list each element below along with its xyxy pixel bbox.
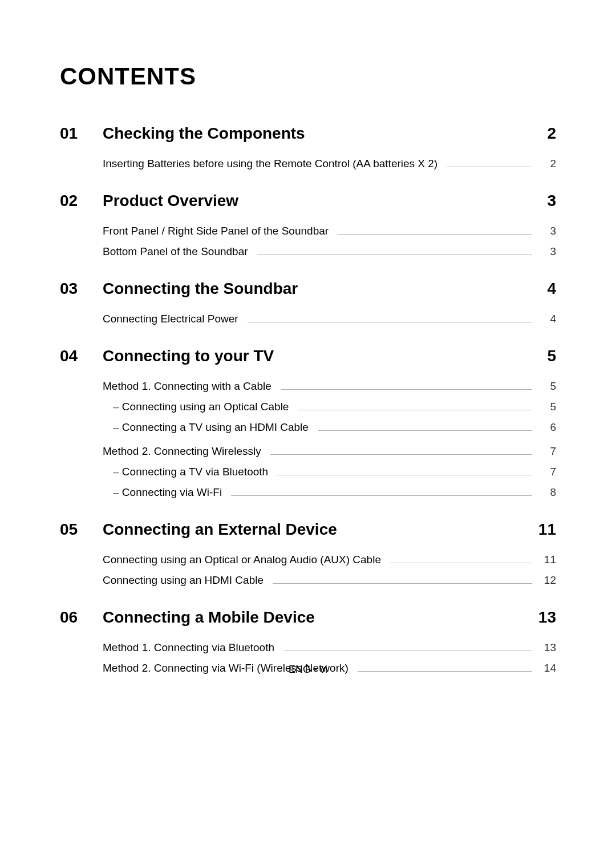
section-header: Product Overview3 [103,192,556,210]
section-header: Connecting to your TV5 [103,347,556,365]
entry-title: Connecting using an HDMI Cable [103,574,264,587]
entry-page: 7 [539,445,556,458]
section-page: 4 [533,280,556,298]
toc-section: 03Connecting the Soundbar4Connecting Ele… [60,280,556,337]
entry-page: 2 [539,158,556,170]
entry-group: Connecting using an Optical or Analog Au… [103,554,556,589]
entry-page: 3 [539,245,556,258]
entry-page: 11 [539,554,556,566]
section-header: Connecting an External Device11 [103,520,556,539]
entry-group: Method 1. Connecting with a Cable5Connec… [103,380,556,436]
section-body: Connecting an External Device11Connectin… [103,520,556,598]
leader-line [257,255,532,255]
toc-entry: Inserting Batteries before using the Rem… [103,158,556,172]
leader-line [283,651,532,651]
toc-entry: Connecting using an HDMI Cable12 [103,574,556,589]
section-number: 01 [60,124,103,143]
toc-entry: Connecting Electrical Power4 [103,313,556,328]
entry-title: Connecting a TV via Bluetooth [103,466,268,478]
section-header: Checking the Components2 [103,124,556,143]
entry-page: 6 [539,421,556,434]
leader-line [318,430,532,431]
entry-title: Front Panel / Right Side Panel of the So… [103,225,329,237]
section-page: 2 [533,124,556,143]
page-footer: ENG - vi [0,664,616,676]
toc-entry: Method 1. Connecting via Bluetooth13 [103,641,556,656]
entry-title: Bottom Panel of the Soundbar [103,245,248,258]
toc-entry: Connecting using an Optical Cable5 [103,401,556,415]
entry-group: Inserting Batteries before using the Rem… [103,158,556,172]
toc-entry: Connecting a TV via Bluetooth7 [103,466,556,480]
section-header: Connecting the Soundbar4 [103,280,556,298]
entry-title: Method 1. Connecting with a Cable [103,380,271,393]
toc-section: 02Product Overview3Front Panel / Right S… [60,192,556,269]
entry-group: Connecting Electrical Power4 [103,313,556,328]
section-body: Checking the Components2Inserting Batter… [103,124,556,181]
entry-title: Connecting using an Optical Cable [103,401,289,413]
section-number: 03 [60,280,103,298]
leader-line [277,475,532,475]
toc-entry: Connecting via Wi-Fi8 [103,486,556,501]
entry-page: 3 [539,225,556,237]
leader-line [298,410,532,410]
section-title: Checking the Components [103,124,533,143]
toc-entry: Method 2. Connecting Wirelessly7 [103,445,556,460]
section-title: Connecting the Soundbar [103,280,533,298]
toc-entry: Connecting a TV using an HDMI Cable6 [103,421,556,436]
entry-page: 13 [539,641,556,654]
section-title: Product Overview [103,192,533,210]
section-number: 04 [60,347,103,365]
entry-page: 5 [539,401,556,413]
leader-line [447,167,532,167]
toc-entry: Method 1. Connecting with a Cable5 [103,380,556,395]
section-title: Connecting a Mobile Device [103,608,533,627]
leader-line [281,389,532,390]
entry-title: Connecting a TV using an HDMI Cable [103,421,309,434]
section-title: Connecting to your TV [103,347,533,365]
section-page: 11 [533,520,556,539]
entry-group: Front Panel / Right Side Panel of the So… [103,225,556,260]
toc-section: 01Checking the Components2Inserting Batt… [60,124,556,181]
table-of-contents: 01Checking the Components2Inserting Batt… [60,124,556,686]
section-number: 06 [60,608,103,627]
section-number: 05 [60,520,103,539]
section-body: Connecting the Soundbar4Connecting Elect… [103,280,556,337]
section-body: Connecting to your TV5Method 1. Connecti… [103,347,556,510]
entry-group: Method 2. Connecting Wirelessly7Connecti… [103,445,556,501]
section-header: Connecting a Mobile Device13 [103,608,556,627]
leader-line [231,495,532,496]
section-body: Product Overview3Front Panel / Right Sid… [103,192,556,269]
section-number: 02 [60,192,103,210]
section-page: 5 [533,347,556,365]
entry-page: 4 [539,313,556,325]
toc-section: 05Connecting an External Device11Connect… [60,520,556,598]
leader-line [338,234,532,235]
toc-entry: Bottom Panel of the Soundbar3 [103,245,556,260]
entry-title: Connecting using an Optical or Analog Au… [103,554,381,566]
section-page: 13 [533,608,556,627]
toc-entry: Front Panel / Right Side Panel of the So… [103,225,556,240]
entry-page: 5 [539,380,556,393]
toc-section: 04Connecting to your TV5Method 1. Connec… [60,347,556,510]
leader-line [390,563,532,563]
entry-page: 12 [539,574,556,587]
leader-line [270,454,532,455]
entry-page: 8 [539,486,556,499]
entry-title: Method 1. Connecting via Bluetooth [103,641,274,654]
entry-title: Inserting Batteries before using the Rem… [103,158,437,170]
section-page: 3 [533,192,556,210]
entry-page: 7 [539,466,556,478]
entry-title: Method 2. Connecting Wirelessly [103,445,261,458]
page-title: CONTENTS [60,63,556,90]
toc-entry: Connecting using an Optical or Analog Au… [103,554,556,568]
entry-title: Connecting Electrical Power [103,313,238,325]
leader-line [273,583,532,584]
leader-line [248,322,532,322]
entry-title: Connecting via Wi-Fi [103,486,222,499]
section-title: Connecting an External Device [103,520,533,539]
